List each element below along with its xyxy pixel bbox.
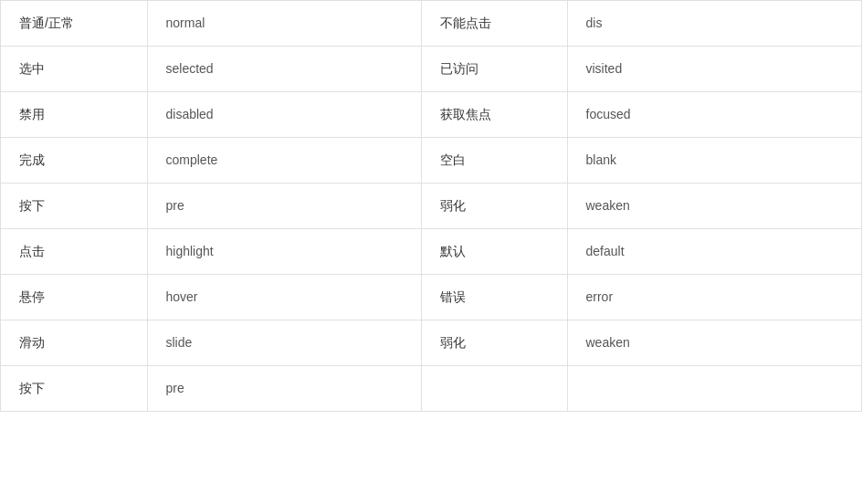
table-row: 选中selected已访问visited	[1, 47, 862, 92]
cell-row7-col3: weaken	[567, 320, 862, 366]
cell-row6-col2: 错误	[421, 275, 567, 320]
cell-row4-col3: weaken	[567, 184, 862, 229]
cell-row2-col2: 获取焦点	[421, 92, 567, 138]
cell-row0-col3: dis	[567, 1, 862, 47]
cell-row4-col1: pre	[147, 184, 421, 229]
cell-row7-col0: 滑动	[1, 320, 147, 366]
cell-row5-col1: highlight	[147, 229, 421, 275]
cell-row8-col0: 按下	[1, 366, 147, 412]
cell-row8-col1: pre	[147, 366, 421, 412]
table-row: 按下pre弱化weaken	[1, 184, 862, 229]
cell-row2-col0: 禁用	[1, 92, 147, 138]
cell-row0-col2: 不能点击	[421, 1, 567, 47]
table-row: 悬停hover错误error	[1, 275, 862, 320]
table-row: 点击highlight默认default	[1, 229, 862, 275]
table-row: 滑动slide弱化weaken	[1, 320, 862, 366]
table-row: 普通/正常normal不能点击dis	[1, 1, 862, 47]
cell-row4-col2: 弱化	[421, 184, 567, 229]
cell-row6-col1: hover	[147, 275, 421, 320]
cell-row7-col2: 弱化	[421, 320, 567, 366]
table-row: 禁用disabled获取焦点focused	[1, 92, 862, 138]
cell-row3-col1: complete	[147, 138, 421, 184]
cell-row5-col2: 默认	[421, 229, 567, 275]
cell-row5-col3: default	[567, 229, 862, 275]
cell-row0-col1: normal	[147, 1, 421, 47]
cell-row2-col3: focused	[567, 92, 862, 138]
table-row: 完成complete空白blank	[1, 138, 862, 184]
cell-row5-col0: 点击	[1, 229, 147, 275]
cell-row0-col0: 普通/正常	[1, 1, 147, 47]
cell-row3-col0: 完成	[1, 138, 147, 184]
cell-row3-col3: blank	[567, 138, 862, 184]
cell-row3-col2: 空白	[421, 138, 567, 184]
table-row: 按下pre	[1, 366, 862, 412]
cell-row4-col0: 按下	[1, 184, 147, 229]
cell-row2-col1: disabled	[147, 92, 421, 138]
cell-row1-col0: 选中	[1, 47, 147, 92]
cell-row8-col3	[567, 366, 862, 412]
cell-row1-col3: visited	[567, 47, 862, 92]
state-table: 普通/正常normal不能点击dis选中selected已访问visited禁用…	[0, 0, 862, 412]
cell-row1-col2: 已访问	[421, 47, 567, 92]
cell-row6-col3: error	[567, 275, 862, 320]
cell-row7-col1: slide	[147, 320, 421, 366]
cell-row1-col1: selected	[147, 47, 421, 92]
cell-row8-col2	[421, 366, 567, 412]
cell-row6-col0: 悬停	[1, 275, 147, 320]
